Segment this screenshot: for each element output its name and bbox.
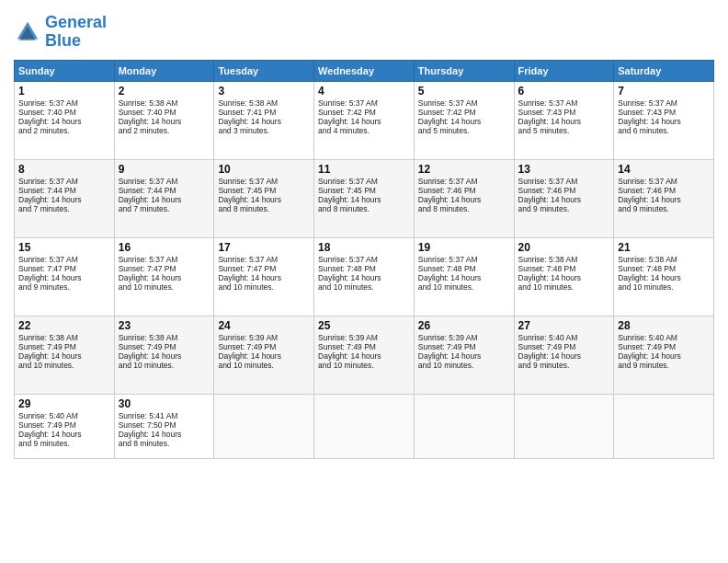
week-row: 22Sunrise: 5:38 AMSunset: 7:49 PMDayligh…: [15, 316, 714, 394]
sunrise-text: Sunrise: 5:37 AM: [18, 177, 110, 186]
day-number: 8: [18, 163, 110, 176]
day-number: 2: [119, 85, 210, 98]
day-number: 29: [18, 397, 110, 410]
day-number: 27: [518, 319, 610, 332]
calendar-cell: 16Sunrise: 5:37 AMSunset: 7:47 PMDayligh…: [114, 237, 214, 316]
sunrise-text: Sunrise: 5:40 AM: [618, 333, 710, 342]
calendar-cell: [414, 394, 514, 458]
daylight-text: Daylight: 14 hours and 9 minutes.: [18, 273, 110, 292]
daylight-text: Daylight: 14 hours and 9 minutes.: [518, 351, 610, 370]
sunset-text: Sunset: 7:43 PM: [618, 108, 710, 117]
calendar-cell: 30Sunrise: 5:41 AMSunset: 7:50 PMDayligh…: [114, 394, 214, 458]
daylight-text: Daylight: 14 hours and 10 minutes.: [18, 351, 110, 370]
sunrise-text: Sunrise: 5:38 AM: [119, 333, 210, 342]
calendar-cell: 5Sunrise: 5:37 AMSunset: 7:42 PMDaylight…: [414, 81, 514, 159]
day-number: 26: [418, 319, 510, 332]
daylight-text: Daylight: 14 hours and 2 minutes.: [18, 117, 110, 135]
calendar-cell: 29Sunrise: 5:40 AMSunset: 7:49 PMDayligh…: [15, 394, 115, 458]
sunrise-text: Sunrise: 5:37 AM: [318, 255, 410, 264]
daylight-text: Daylight: 14 hours and 10 minutes.: [119, 273, 210, 292]
sunrise-text: Sunrise: 5:37 AM: [418, 98, 510, 108]
calendar-cell: 13Sunrise: 5:37 AMSunset: 7:46 PMDayligh…: [514, 159, 614, 237]
header: General Blue: [14, 14, 714, 51]
day-number: 16: [119, 241, 210, 254]
daylight-text: Daylight: 14 hours and 4 minutes.: [318, 117, 410, 135]
daylight-text: Daylight: 14 hours and 9 minutes.: [618, 195, 710, 213]
day-number: 10: [218, 163, 310, 176]
daylight-text: Daylight: 14 hours and 10 minutes.: [218, 273, 310, 292]
column-header-saturday: Saturday: [614, 60, 714, 81]
column-header-monday: Monday: [114, 60, 214, 81]
day-number: 30: [119, 397, 210, 410]
calendar-cell: [314, 394, 415, 458]
daylight-text: Daylight: 14 hours and 10 minutes.: [618, 273, 710, 292]
daylight-text: Daylight: 14 hours and 10 minutes.: [418, 273, 510, 292]
calendar-body: 1Sunrise: 5:37 AMSunset: 7:40 PMDaylight…: [15, 81, 714, 458]
daylight-text: Daylight: 14 hours and 10 minutes.: [318, 351, 410, 370]
calendar-cell: 10Sunrise: 5:37 AMSunset: 7:45 PMDayligh…: [214, 159, 314, 237]
day-number: 23: [119, 319, 210, 332]
calendar-cell: 20Sunrise: 5:38 AMSunset: 7:48 PMDayligh…: [514, 237, 614, 316]
calendar-cell: 11Sunrise: 5:37 AMSunset: 7:45 PMDayligh…: [314, 159, 415, 237]
calendar-page: General Blue SundayMondayTuesdayWednesda…: [0, 0, 728, 563]
sunrise-text: Sunrise: 5:37 AM: [618, 177, 710, 186]
day-number: 21: [618, 241, 710, 254]
sunrise-text: Sunrise: 5:37 AM: [418, 177, 510, 186]
sunrise-text: Sunrise: 5:39 AM: [318, 333, 410, 342]
sunset-text: Sunset: 7:42 PM: [418, 108, 510, 117]
daylight-text: Daylight: 14 hours and 5 minutes.: [418, 117, 510, 135]
sunset-text: Sunset: 7:49 PM: [119, 342, 210, 351]
week-row: 1Sunrise: 5:37 AMSunset: 7:40 PMDaylight…: [15, 81, 714, 159]
daylight-text: Daylight: 14 hours and 10 minutes.: [318, 273, 410, 292]
calendar-cell: 17Sunrise: 5:37 AMSunset: 7:47 PMDayligh…: [214, 237, 314, 316]
day-number: 12: [418, 163, 510, 176]
calendar-cell: 7Sunrise: 5:37 AMSunset: 7:43 PMDaylight…: [614, 81, 714, 159]
column-header-sunday: Sunday: [15, 60, 115, 81]
sunset-text: Sunset: 7:49 PM: [18, 342, 110, 351]
sunrise-text: Sunrise: 5:40 AM: [18, 411, 110, 420]
day-number: 4: [318, 85, 410, 98]
sunset-text: Sunset: 7:49 PM: [18, 420, 110, 430]
sunrise-text: Sunrise: 5:37 AM: [518, 98, 610, 108]
sunset-text: Sunset: 7:44 PM: [119, 186, 210, 195]
sunset-text: Sunset: 7:47 PM: [18, 264, 110, 273]
day-number: 24: [218, 319, 310, 332]
sunset-text: Sunset: 7:49 PM: [418, 342, 510, 351]
week-row: 29Sunrise: 5:40 AMSunset: 7:49 PMDayligh…: [15, 394, 714, 458]
sunrise-text: Sunrise: 5:37 AM: [318, 98, 410, 108]
column-header-friday: Friday: [514, 60, 614, 81]
day-number: 9: [119, 163, 210, 176]
sunrise-text: Sunrise: 5:39 AM: [418, 333, 510, 342]
daylight-text: Daylight: 14 hours and 6 minutes.: [618, 117, 710, 135]
week-row: 8Sunrise: 5:37 AMSunset: 7:44 PMDaylight…: [15, 159, 714, 237]
calendar-cell: 8Sunrise: 5:37 AMSunset: 7:44 PMDaylight…: [15, 159, 115, 237]
calendar-cell: 26Sunrise: 5:39 AMSunset: 7:49 PMDayligh…: [414, 316, 514, 394]
sunset-text: Sunset: 7:50 PM: [119, 420, 210, 430]
sunrise-text: Sunrise: 5:38 AM: [18, 333, 110, 342]
daylight-text: Daylight: 14 hours and 8 minutes.: [218, 195, 310, 213]
daylight-text: Daylight: 14 hours and 3 minutes.: [218, 117, 310, 135]
sunset-text: Sunset: 7:49 PM: [218, 342, 310, 351]
sunset-text: Sunset: 7:48 PM: [518, 264, 610, 273]
sunrise-text: Sunrise: 5:37 AM: [119, 177, 210, 186]
daylight-text: Daylight: 14 hours and 10 minutes.: [518, 273, 610, 292]
day-number: 18: [318, 241, 410, 254]
day-number: 11: [318, 163, 410, 176]
sunset-text: Sunset: 7:40 PM: [119, 108, 210, 117]
sunset-text: Sunset: 7:49 PM: [518, 342, 610, 351]
sunrise-text: Sunrise: 5:37 AM: [518, 177, 610, 186]
calendar-cell: 27Sunrise: 5:40 AMSunset: 7:49 PMDayligh…: [514, 316, 614, 394]
calendar-cell: 15Sunrise: 5:37 AMSunset: 7:47 PMDayligh…: [15, 237, 115, 316]
calendar-table: SundayMondayTuesdayWednesdayThursdayFrid…: [14, 60, 714, 459]
logo-icon: [14, 18, 41, 46]
day-number: 7: [618, 85, 710, 98]
daylight-text: Daylight: 14 hours and 5 minutes.: [518, 117, 610, 135]
daylight-text: Daylight: 14 hours and 2 minutes.: [119, 117, 210, 135]
sunset-text: Sunset: 7:48 PM: [318, 264, 410, 273]
column-header-tuesday: Tuesday: [214, 60, 314, 81]
sunset-text: Sunset: 7:47 PM: [119, 264, 210, 273]
sunset-text: Sunset: 7:42 PM: [318, 108, 410, 117]
logo: General Blue: [14, 14, 107, 51]
day-number: 6: [518, 85, 610, 98]
calendar-cell: [614, 394, 714, 458]
